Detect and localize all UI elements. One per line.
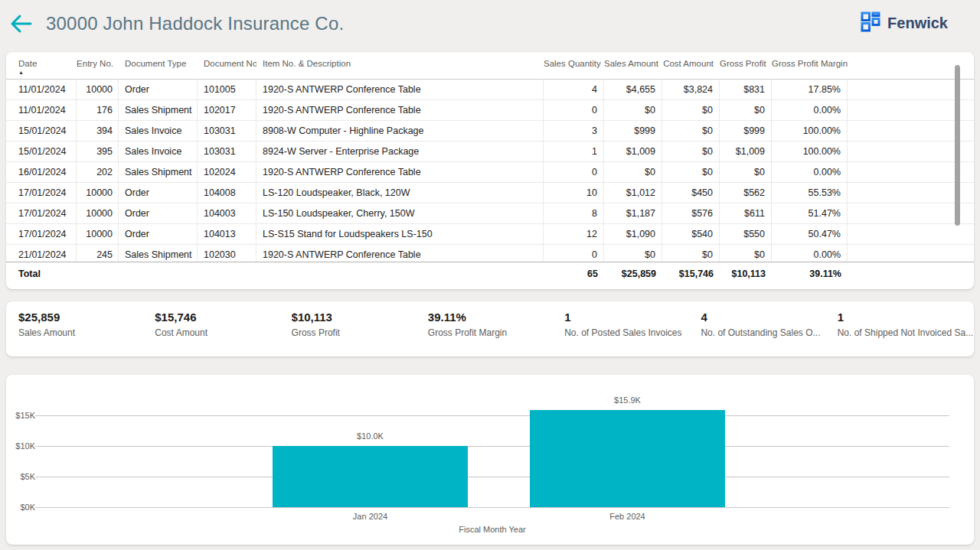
- table-scrollbar-thumb[interactable]: [955, 65, 960, 226]
- column-header-cost-amount[interactable]: Cost Amount: [662, 52, 720, 79]
- kpi-item: 4No. of Outstanding Sales O...: [701, 311, 837, 356]
- cell-cost-amount: $576: [662, 203, 720, 224]
- cell-gross-profit-margin: 0.00%: [772, 245, 848, 262]
- cell-entry-no: 10000: [77, 224, 119, 245]
- cell-cost-amount: $3,824: [662, 80, 720, 100]
- cell-filler: [848, 245, 974, 262]
- table-row[interactable]: 15/01/2024394Sales Invoice1030318908-W C…: [6, 121, 974, 142]
- cell-date: 21/01/2024: [6, 245, 77, 262]
- table-header-row: Date ▲ Entry No. Document Type Document …: [6, 52, 974, 80]
- kpi-item: $15,746Cost Amount: [155, 311, 291, 356]
- column-header-sales-quantity[interactable]: Sales Quantity: [544, 52, 604, 79]
- table-row[interactable]: 11/01/202410000Order1010051920-S ANTWERP…: [6, 80, 974, 100]
- kpi-item: 1No. of Shipped Not Invoiced Sa...: [838, 311, 974, 356]
- cell-document-no: 102030: [198, 245, 256, 262]
- chart-plot: Fiscal Month Year $0K$5K$10K$15K$10.0KJa…: [6, 375, 974, 545]
- kpi-item: $25,859Sales Amount: [18, 311, 155, 356]
- cell-entry-no: 394: [77, 121, 119, 142]
- cell-gross-profit-margin: 0.00%: [772, 100, 848, 121]
- brand-name: Fenwick: [887, 15, 948, 32]
- kpi-value: 1: [564, 311, 701, 324]
- table-total-row: Total 65 $25,859 $15,746 $10,113 39.11%: [6, 262, 974, 285]
- kpi-label: No. of Shipped Not Invoiced Sa...: [838, 327, 974, 338]
- total-label: Total: [6, 262, 77, 285]
- column-header-date[interactable]: Date ▲: [6, 52, 77, 79]
- y-axis-tick-label: $15K: [9, 411, 35, 420]
- cell-gross-profit: $611: [720, 203, 772, 224]
- cell-entry-no: 10000: [77, 80, 119, 100]
- table-row[interactable]: 21/01/2024245Sales Shipment1020301920-S …: [6, 245, 974, 262]
- cell-item-description: 8924-W Server - Enterprise Package: [256, 142, 544, 162]
- table-row[interactable]: 15/01/2024395Sales Invoice1030318924-W S…: [6, 142, 974, 162]
- cell-document-no: 102024: [198, 162, 256, 183]
- cell-document-no: 103031: [198, 121, 256, 142]
- cell-document-no: 101005: [198, 80, 256, 100]
- cell-gross-profit: $0: [720, 100, 772, 121]
- cell-date: 15/01/2024: [6, 121, 77, 142]
- cell-sales-quantity: 0: [544, 100, 604, 121]
- kpi-value: $25,859: [18, 311, 155, 324]
- table-row[interactable]: 17/01/202410000Order104003LS-150 Loudspe…: [6, 203, 974, 224]
- column-header-gross-profit-margin[interactable]: Gross Profit Margin: [772, 52, 848, 79]
- total-sales-quantity: 65: [544, 262, 604, 285]
- cell-cost-amount: $0: [662, 121, 720, 142]
- kpi-value: 4: [701, 311, 837, 324]
- cell-sales-quantity: 0: [544, 245, 604, 262]
- table-row[interactable]: 11/01/2024176Sales Shipment1020171920-S …: [6, 100, 974, 121]
- sales-by-month-chart-card: Fiscal Month Year $0K$5K$10K$15K$10.0KJa…: [6, 375, 974, 545]
- cell-gross-profit-margin: 17.85%: [772, 80, 848, 100]
- cell-document-type: Sales Shipment: [119, 162, 198, 183]
- cell-item-description: LS-150 Loudspeaker, Cherry, 150W: [256, 203, 544, 224]
- cell-sales-quantity: 0: [544, 162, 604, 183]
- sort-ascending-icon: ▲: [18, 70, 24, 75]
- cell-document-type: Sales Shipment: [119, 100, 198, 121]
- column-header-document-type[interactable]: Document Type: [119, 52, 198, 79]
- sales-entries-table: Date ▲ Entry No. Document Type Document …: [6, 52, 974, 289]
- column-header-document-no[interactable]: Document No.: [198, 52, 256, 79]
- bar-jan-2024[interactable]: [273, 446, 468, 507]
- cell-sales-amount: $0: [604, 162, 662, 183]
- cell-item-description: 1920-S ANTWERP Conference Table: [256, 100, 544, 121]
- kpi-value: 39.11%: [428, 311, 564, 324]
- table-row[interactable]: 16/01/2024202Sales Shipment1020241920-S …: [6, 162, 974, 183]
- cell-entry-no: 176: [77, 100, 119, 121]
- column-header-gross-profit[interactable]: Gross Profit: [720, 52, 772, 79]
- cell-cost-amount: $450: [662, 183, 720, 203]
- cell-gross-profit: $0: [720, 245, 772, 262]
- top-bar: 30000 John Haddock Insurance Co. Fenwick: [0, 0, 980, 47]
- gridline: [35, 446, 949, 447]
- cell-cost-amount: $0: [662, 100, 720, 121]
- cell-document-type: Order: [119, 203, 198, 224]
- kpi-label: No. of Posted Sales Invoices: [564, 327, 701, 338]
- cell-gross-profit: $562: [720, 183, 772, 203]
- table-row[interactable]: 17/01/202410000Order104008LS-120 Loudspe…: [6, 183, 974, 203]
- arrow-left-icon: [9, 24, 34, 37]
- cell-gross-profit: $0: [720, 162, 772, 183]
- cell-date: 11/01/2024: [6, 100, 77, 121]
- cell-sales-amount: $1,187: [604, 203, 662, 224]
- cell-sales-quantity: 1: [544, 142, 604, 162]
- column-header-entry-no[interactable]: Entry No.: [77, 52, 119, 79]
- back-button[interactable]: [9, 12, 34, 35]
- page-title: 30000 John Haddock Insurance Co.: [46, 13, 344, 34]
- bar-feb-2024[interactable]: [530, 410, 725, 507]
- total-sales-amount: $25,859: [604, 262, 662, 285]
- kpi-label: Gross Profit Margin: [428, 327, 564, 338]
- cell-sales-amount: $0: [604, 245, 662, 262]
- cell-gross-profit-margin: 50.47%: [772, 224, 848, 245]
- cell-cost-amount: $0: [662, 245, 720, 262]
- cell-item-description: 8908-W Computer - Highline Package: [256, 121, 544, 142]
- cell-sales-amount: $4,655: [604, 80, 662, 100]
- cell-document-no: 104008: [198, 183, 256, 203]
- column-header-sales-amount[interactable]: Sales Amount: [604, 52, 662, 79]
- bar-data-label: $15.9K: [530, 395, 725, 405]
- cell-filler: [848, 224, 974, 245]
- cell-sales-amount: $999: [604, 121, 662, 142]
- cell-item-description: 1920-S ANTWERP Conference Table: [256, 80, 544, 100]
- table-row[interactable]: 17/01/202410000Order104013LS-S15 Stand f…: [6, 224, 974, 245]
- column-header-item-description[interactable]: Item No. & Description: [256, 52, 544, 79]
- kpi-value: $10,113: [292, 311, 428, 324]
- cell-sales-amount: $1,090: [604, 224, 662, 245]
- y-axis-tick-label: $10K: [9, 441, 35, 451]
- cell-document-no: 104003: [198, 203, 256, 224]
